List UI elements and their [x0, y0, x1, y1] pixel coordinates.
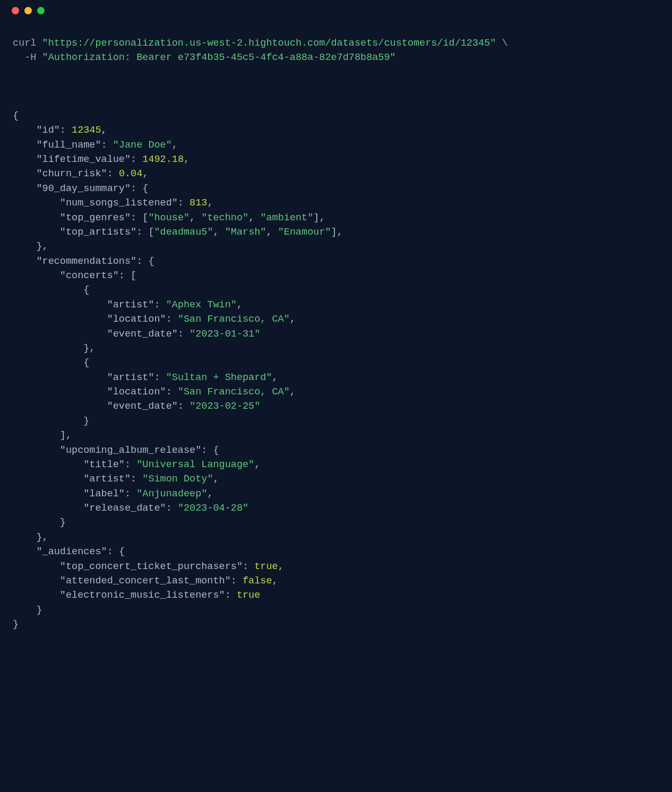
json-key-c1-loc: "location"	[107, 314, 166, 325]
json-val-fullname: "Jane Doe"	[113, 140, 172, 151]
json-close: }	[13, 619, 19, 630]
json-genre-2: "techno"	[201, 212, 248, 223]
json-key-audiences: "_audiences"	[36, 546, 107, 557]
terminal-window: curl "https://personalization.us-west-2.…	[0, 0, 672, 792]
json-key-fullname: "full_name"	[36, 140, 101, 151]
json-artist-3: "Enamour"	[278, 227, 331, 238]
json-key-aud1: "top_concert_ticket_purchasers"	[60, 561, 243, 572]
json-genre-3: "ambient"	[260, 212, 313, 223]
json-artist-1: "deadmau5"	[154, 227, 213, 238]
json-key-topartists: "top_artists"	[60, 227, 136, 238]
json-val-numsongs: 813	[189, 197, 207, 209]
json-key-al-label: "label"	[83, 488, 125, 500]
json-val-churn: 0.04	[119, 168, 142, 179]
line-continuation: \	[502, 38, 507, 49]
json-key-aud3: "electronic_music_listeners"	[60, 590, 225, 601]
json-val-c1-artist: "Aphex Twin"	[166, 299, 237, 311]
json-key-summary: "90_day_summary"	[36, 183, 131, 194]
json-val-al-date: "2023-04-28"	[178, 503, 248, 514]
curl-header: "Authorization: Bearer e73f4b35-45c5-4fc…	[42, 52, 396, 63]
json-key-concerts: "concerts"	[60, 270, 119, 281]
json-val-aud3: true	[237, 590, 260, 601]
curl-command: curl	[13, 38, 36, 49]
window-titlebar	[0, 0, 672, 21]
terminal-content: curl "https://personalization.us-west-2.…	[0, 21, 672, 648]
json-key-c1-date: "event_date"	[107, 329, 178, 340]
json-key-recs: "recommendations"	[36, 256, 136, 267]
json-key-numsongs: "num_songs_listened"	[60, 197, 178, 209]
curl-url: "https://personalization.us-west-2.hight…	[42, 38, 496, 49]
json-val-c1-date: "2023-01-31"	[189, 329, 260, 340]
json-val-c2-loc: "San Francisco, CA"	[178, 386, 290, 398]
json-val-al-title: "Universal Language"	[136, 459, 254, 470]
json-val-c2-date: "2023-02-25"	[189, 401, 260, 412]
json-key-churn: "churn_risk"	[36, 168, 107, 179]
json-val-al-artist: "Simon Doty"	[142, 474, 213, 485]
json-key-c2-loc: "location"	[107, 386, 166, 398]
json-val-ltv: 1492.18	[142, 154, 184, 165]
json-key-ltv: "lifetime_value"	[36, 154, 131, 165]
json-val-al-label: "Anjunadeep"	[136, 488, 207, 500]
json-key-album: "upcoming_album_release"	[60, 445, 201, 456]
json-val-c1-loc: "San Francisco, CA"	[178, 314, 290, 325]
close-icon[interactable]	[12, 7, 19, 14]
json-val-aud2: false	[243, 575, 272, 587]
zoom-icon[interactable]	[37, 7, 45, 14]
json-open: {	[13, 110, 19, 122]
minimize-icon[interactable]	[24, 7, 32, 14]
json-key-c1-artist: "artist"	[107, 299, 154, 311]
json-key-al-date: "release_date"	[83, 503, 166, 514]
json-key-aud2: "attended_concert_last_month"	[60, 575, 231, 587]
json-key-c2-artist: "artist"	[107, 372, 154, 383]
json-key-id: "id"	[36, 125, 59, 136]
json-artist-2: "Marsh"	[225, 227, 266, 238]
json-key-al-artist: "artist"	[83, 474, 131, 485]
json-val-c2-artist: "Sultan + Shepard"	[166, 372, 272, 383]
json-genre-1: "house"	[148, 212, 189, 223]
json-val-id: 12345	[72, 125, 101, 136]
curl-flag: -H	[24, 52, 36, 63]
json-key-topgenres: "top_genres"	[60, 212, 131, 223]
json-val-aud1: true	[254, 561, 278, 572]
json-key-c2-date: "event_date"	[107, 401, 178, 412]
json-key-al-title: "title"	[83, 459, 125, 470]
